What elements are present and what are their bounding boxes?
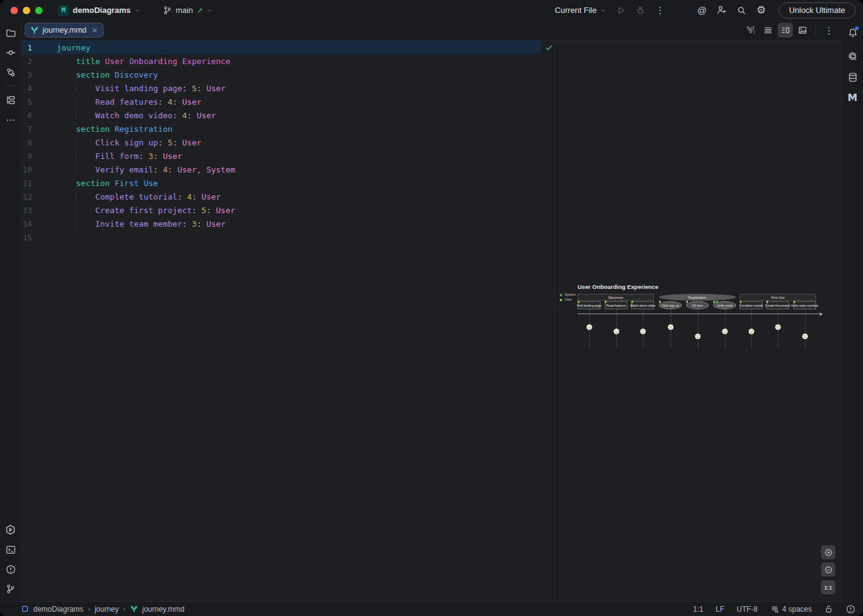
ai-assistant-tool-button[interactable]: [844, 47, 861, 65]
breadcrumb-project[interactable]: demoDiagrams: [33, 605, 83, 614]
code-line-1[interactable]: 1journey: [22, 41, 557, 54]
editor-and-preview-icon: [780, 25, 790, 35]
actor-dot-user: [578, 301, 580, 303]
notifications-button[interactable]: [844, 24, 861, 41]
actor-dot-user: [766, 301, 769, 303]
code-text: title User Onboarding Experience: [55, 57, 557, 66]
vcs-widget[interactable]: main ↗: [158, 4, 217, 17]
preview-only-view-button[interactable]: [795, 23, 810, 38]
indent-guide: [76, 111, 76, 120]
zoom-reset-button[interactable]: 1:1: [821, 580, 835, 594]
run-button[interactable]: [612, 2, 629, 18]
more-tool-windows-button[interactable]: ⋯: [2, 111, 19, 128]
maximize-window-button[interactable]: [35, 7, 43, 14]
readonly-toggle[interactable]: [824, 604, 833, 614]
zoom-out-button[interactable]: [821, 562, 835, 577]
code-line-6[interactable]: 6Watch demo video: 4: User: [22, 108, 557, 122]
code-line-15[interactable]: 15: [22, 230, 557, 244]
diagram-preview-panel[interactable]: User Onboarding Experience SystemUserDis…: [558, 41, 841, 601]
more-run-options-button[interactable]: ⋮: [652, 2, 669, 18]
actor-dot-user: [659, 301, 661, 303]
database-tool-button[interactable]: [844, 68, 861, 86]
encoding-widget[interactable]: UTF-8: [737, 605, 758, 614]
code-editor[interactable]: 1journey2title User Onboarding Experienc…: [22, 41, 557, 601]
commit-tool-button[interactable]: [2, 44, 19, 61]
breadcrumb-folder[interactable]: journey: [94, 605, 118, 614]
score-face: [668, 324, 674, 330]
code-line-11[interactable]: 11section First Use: [22, 176, 557, 190]
indent-guide: [76, 219, 76, 229]
score-face: [586, 324, 592, 330]
score-face: [695, 333, 701, 339]
project-widget[interactable]: M demoDiagrams: [54, 3, 145, 18]
actor-dot-user: [740, 301, 742, 303]
timeline-axis: [578, 314, 820, 314]
structure-tool-button[interactable]: [2, 91, 19, 108]
services-tool-button[interactable]: [2, 521, 19, 538]
code-text: journey: [55, 43, 557, 52]
journey-diagram: User Onboarding Experience SystemUserDis…: [558, 41, 841, 601]
unlocked-padlock-icon: [824, 604, 833, 614]
run-configuration-label: Current File: [555, 6, 597, 15]
line-number: 13: [22, 206, 55, 215]
code-text: Read features: 4: User: [55, 97, 557, 107]
journey-task: Verify email: [713, 301, 736, 309]
line-separator-widget[interactable]: LF: [716, 605, 724, 614]
commit-icon: [6, 47, 16, 58]
settings-button[interactable]: ⚙: [753, 2, 770, 18]
actor-dot-user: [713, 301, 716, 303]
breadcrumb-file[interactable]: journey.mmd: [142, 605, 184, 614]
run-configuration-select[interactable]: Current File: [551, 6, 610, 15]
mermaid-panel-button[interactable]: M: [844, 89, 861, 107]
ai-assistant-button[interactable]: @: [693, 2, 711, 18]
code-line-10[interactable]: 10Verify email: 4: User, System: [22, 163, 557, 176]
notifications-status-button[interactable]: [846, 604, 856, 614]
unlock-ultimate-button[interactable]: Unlock Ultimate: [779, 2, 856, 18]
indent-guide: [76, 97, 76, 107]
chevron-down-icon: [134, 7, 141, 14]
mermaid-settings-button[interactable]: ?: [743, 23, 758, 38]
code-line-8[interactable]: 8Click sign up: 5: User: [22, 136, 557, 149]
tab-close-icon[interactable]: ✕: [91, 26, 98, 34]
project-tool-button[interactable]: [2, 24, 19, 41]
line-number: 15: [22, 233, 55, 242]
inspect-code-icon: [770, 604, 779, 614]
code-with-me-button[interactable]: [713, 2, 730, 18]
close-window-button[interactable]: [10, 7, 18, 14]
split-view-button[interactable]: [778, 23, 793, 38]
problems-tool-button[interactable]: [2, 561, 19, 578]
inspections-ok-icon[interactable]: [542, 41, 555, 54]
code-line-3[interactable]: 3section Discovery: [22, 68, 557, 81]
ellipsis-icon: ⋯: [6, 115, 15, 124]
code-line-7[interactable]: 7section Registration: [22, 122, 557, 136]
code-line-4[interactable]: 4Visit landing page: 5: User: [22, 81, 557, 95]
git-tool-button[interactable]: [2, 63, 19, 81]
mermaid-file-icon: [130, 605, 138, 613]
play-icon: [616, 6, 626, 15]
git-branch-icon: [6, 584, 15, 594]
code-line-5[interactable]: 5Read features: 4: User: [22, 95, 557, 108]
debug-button[interactable]: [632, 2, 649, 18]
code-line-2[interactable]: 2title User Onboarding Experience: [22, 54, 557, 68]
editor-only-view-button[interactable]: [761, 23, 775, 38]
indent-widget[interactable]: 4 spaces: [770, 604, 812, 614]
vcs-log-tool-button[interactable]: [2, 580, 19, 598]
score-face: [748, 328, 755, 334]
code-line-14[interactable]: 14Invite team member: 3: User: [22, 217, 557, 230]
score-face: [640, 328, 646, 334]
terminal-tool-button[interactable]: [2, 541, 19, 558]
editor-more-options-button[interactable]: ⋮: [822, 23, 836, 38]
ai-swirl-icon: @: [697, 6, 706, 15]
search-everywhere-button[interactable]: [733, 2, 750, 18]
code-line-12[interactable]: 12Complete tutorial: 4: User: [22, 190, 557, 203]
indent-guide: [76, 84, 76, 93]
structure-icon: [6, 95, 16, 105]
minimize-window-button[interactable]: [23, 7, 30, 14]
folder-icon: [6, 28, 16, 38]
cursor-position-widget[interactable]: 1:1: [693, 605, 703, 614]
line-number: 10: [22, 165, 55, 174]
tab-journey-mmd[interactable]: journey.mmd ✕: [25, 23, 104, 38]
code-line-9[interactable]: 9Fill form: 3: User: [22, 149, 557, 163]
zoom-in-button[interactable]: [821, 545, 835, 559]
code-line-13[interactable]: 13Create first project: 5: User: [22, 203, 557, 217]
